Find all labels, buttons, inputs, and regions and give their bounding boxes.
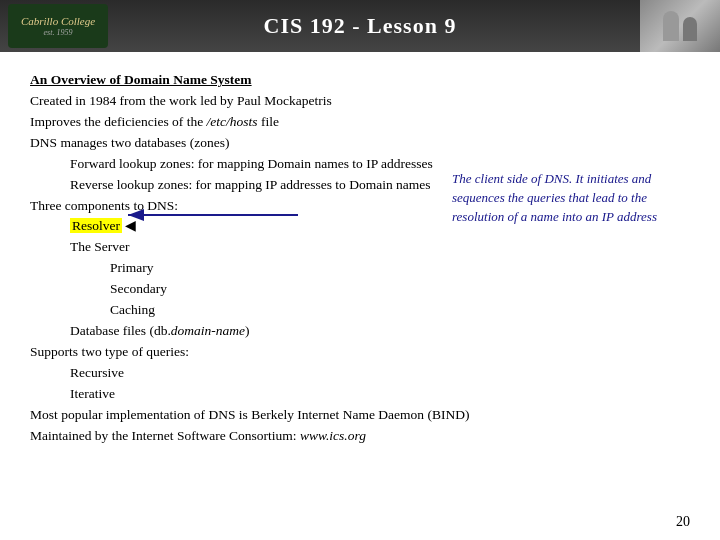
main-content: An Overview of Domain Name System Create… <box>0 52 720 457</box>
line-secondary: Secondary <box>110 279 690 300</box>
line-improves: Improves the deficiencies of the /etc/ho… <box>30 112 690 133</box>
line-db-files: Database files (db.domain-name) <box>70 321 690 342</box>
header: Cabrillo College est. 1959 CIS 192 - Les… <box>0 0 720 52</box>
line-manages: DNS manages two databases (zones) <box>30 133 690 154</box>
line-recursive: Recursive <box>70 363 690 384</box>
line-the-server: The Server <box>70 237 690 258</box>
line-created: Created in 1984 from the work led by Pau… <box>30 91 690 112</box>
line-most-popular: Most popular implementation of DNS is Be… <box>30 405 690 426</box>
logo-text: Cabrillo College est. 1959 <box>21 15 95 38</box>
header-title: CIS 192 - Lesson 9 <box>264 13 457 39</box>
line-primary: Primary <box>110 258 690 279</box>
resolver-label: Resolver <box>70 218 122 233</box>
page-number: 20 <box>676 514 690 530</box>
line-overview: An Overview of Domain Name System <box>30 70 690 91</box>
line-supports: Supports two type of queries: <box>30 342 690 363</box>
logo: Cabrillo College est. 1959 <box>8 4 108 48</box>
line-caching: Caching <box>110 300 690 321</box>
header-image <box>640 0 720 52</box>
callout-box: The client side of DNS. It initiates and… <box>452 170 692 227</box>
line-maintained: Maintained by the Internet Software Cons… <box>30 426 690 447</box>
line-iterative: Iterative <box>70 384 690 405</box>
